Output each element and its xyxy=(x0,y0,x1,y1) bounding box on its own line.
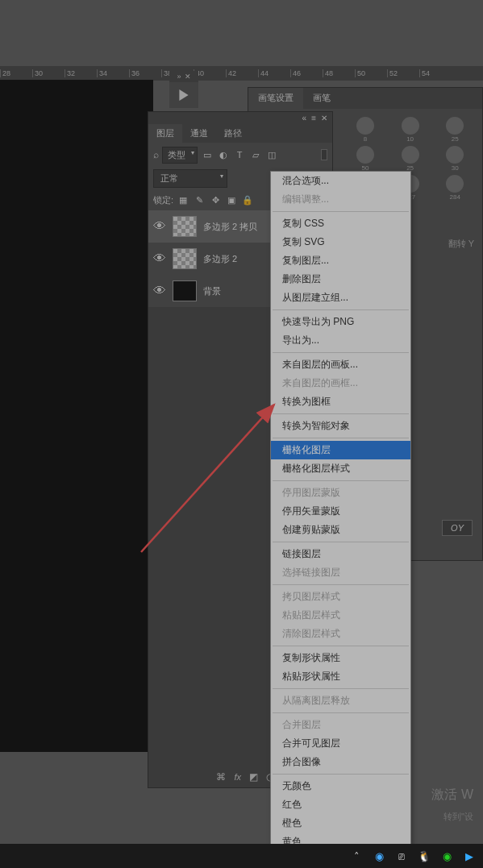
brush-preset[interactable]: 10 xyxy=(389,117,431,143)
panel-tab-close[interactable]: »✕ xyxy=(169,71,198,82)
menu-item: 合并图层 xyxy=(271,716,410,734)
ruler-mark: 30 xyxy=(32,69,65,77)
menu-item[interactable]: 停用矢量蒙版 xyxy=(271,502,410,521)
menu-item[interactable]: 混合选项... xyxy=(271,172,410,190)
filter-image-icon[interactable]: ▭ xyxy=(201,148,214,161)
menu-item[interactable]: 删除图层 xyxy=(271,270,410,289)
menu-item[interactable]: 合并可见图层 xyxy=(271,734,410,753)
menu-item: 拷贝图层样式 xyxy=(271,588,410,606)
activate-windows-sub: 转到"设 xyxy=(443,811,473,823)
brush-size-label: 8 xyxy=(364,135,367,143)
brush-preset[interactable]: 50 xyxy=(344,146,386,172)
brush-thumb-icon xyxy=(356,146,374,164)
lock-brush-icon[interactable]: ✎ xyxy=(193,193,206,206)
menu-item: 清除图层样式 xyxy=(271,625,410,643)
layer-kind-dropdown[interactable]: 类型 xyxy=(162,147,198,164)
tray-up-icon[interactable]: ˄ xyxy=(349,849,364,863)
visibility-icon[interactable]: 👁 xyxy=(153,284,166,298)
brush-preset[interactable]: 284 xyxy=(434,175,476,201)
tray-arrow-icon[interactable]: ▶ xyxy=(462,849,477,863)
ruler-mark: 32 xyxy=(65,69,97,77)
menu-item[interactable]: 从图层建立组... xyxy=(271,289,410,307)
lock-transparent-icon[interactable]: ▦ xyxy=(177,193,189,206)
filter-shape-icon[interactable]: ▱ xyxy=(249,148,262,161)
brush-thumb-icon xyxy=(402,117,419,135)
layer-context-menu: 混合选项...编辑调整...复制 CSS复制 SVG复制图层...删除图层从图层… xyxy=(270,171,411,868)
menu-item[interactable]: 来自图层的画板... xyxy=(271,355,410,374)
blend-mode-dropdown[interactable]: 正常 xyxy=(153,169,227,188)
menu-bar-area xyxy=(0,0,483,50)
ruler-mark: 52 xyxy=(387,69,419,77)
menu-item[interactable]: 创建剪贴蒙版 xyxy=(271,521,410,539)
visibility-icon[interactable]: 👁 xyxy=(153,219,166,234)
menu-item[interactable]: 复制图层... xyxy=(271,251,410,270)
filter-toggle[interactable] xyxy=(321,149,327,160)
layer-thumbnail[interactable] xyxy=(173,280,197,301)
menu-item[interactable]: 转换为图框 xyxy=(271,392,410,411)
layer-name[interactable]: 背景 xyxy=(203,285,221,297)
brush-size-label: 10 xyxy=(406,135,414,143)
visibility-icon[interactable]: 👁 xyxy=(153,251,166,266)
menu-item[interactable]: 粘贴形状属性 xyxy=(271,667,410,686)
ruler-mark: 44 xyxy=(258,69,290,77)
search-icon[interactable]: ⌕ xyxy=(153,149,159,160)
tray-app-icon[interactable]: ◉ xyxy=(372,849,386,863)
panel-menu-icon[interactable]: ≡ xyxy=(311,114,316,123)
mask-icon[interactable]: ◩ xyxy=(249,771,258,783)
filter-adjust-icon[interactable]: ◐ xyxy=(217,148,230,161)
ok-button[interactable]: OY xyxy=(442,520,473,536)
tray-wechat-icon[interactable]: ◉ xyxy=(439,849,454,863)
taskbar: ˄ ◉ ⎚ 🐧 ◉ ▶ xyxy=(0,844,483,868)
layer-name[interactable]: 多边形 2 拷贝 xyxy=(203,221,257,233)
brush-preset[interactable]: 8 xyxy=(344,117,386,143)
brush-thumb-icon xyxy=(446,117,464,135)
brush-preset[interactable]: 30 xyxy=(434,146,476,172)
brush-thumb-icon xyxy=(446,175,464,193)
brush-preset[interactable]: 25 xyxy=(389,146,431,172)
layer-thumbnail[interactable] xyxy=(173,248,197,269)
tab-paths[interactable]: 路径 xyxy=(216,124,250,143)
tab-channels[interactable]: 通道 xyxy=(182,124,216,143)
ruler-mark: 48 xyxy=(323,69,355,77)
menu-item: 从隔离图层释放 xyxy=(271,691,410,710)
play-icon[interactable] xyxy=(169,82,198,108)
menu-item[interactable]: 复制形状属性 xyxy=(271,649,410,667)
menu-item[interactable]: 快速导出为 PNG xyxy=(271,313,410,331)
panel-close-icon[interactable]: ✕ xyxy=(321,114,327,123)
tab-brushes[interactable]: 画笔 xyxy=(303,88,340,109)
tray-display-icon[interactable]: ⎚ xyxy=(394,849,409,863)
menu-item[interactable]: 导出为... xyxy=(271,331,410,350)
menu-item[interactable]: 无颜色 xyxy=(271,777,410,795)
menu-item[interactable]: 栅格化图层样式 xyxy=(271,459,410,478)
link-icon[interactable]: ⌘ xyxy=(216,771,226,783)
panel-collapse-icon[interactable]: « xyxy=(302,114,307,123)
menu-item: 选择链接图层 xyxy=(271,563,410,582)
ruler-mark: 40 xyxy=(194,69,226,77)
filter-type-icon[interactable]: T xyxy=(233,148,246,161)
layer-thumbnail[interactable] xyxy=(173,216,197,237)
lock-move-icon[interactable]: ✥ xyxy=(209,193,222,206)
lock-all-icon[interactable]: 🔒 xyxy=(241,193,254,206)
filter-smart-icon[interactable]: ◫ xyxy=(265,148,278,161)
lock-label: 锁定: xyxy=(153,194,173,206)
menu-item[interactable]: 栅格化图层 xyxy=(271,441,410,459)
menu-item[interactable]: 链接图层 xyxy=(271,545,410,563)
canvas[interactable] xyxy=(0,80,153,752)
tab-brush-settings[interactable]: 画笔设置 xyxy=(248,88,303,109)
menu-item[interactable]: 橙色 xyxy=(271,814,410,833)
flip-y-label: 翻转 Y xyxy=(448,238,474,250)
menu-item[interactable]: 复制 SVG xyxy=(271,233,410,251)
tab-layers[interactable]: 图层 xyxy=(148,124,182,143)
brush-preset[interactable]: 25 xyxy=(434,117,476,143)
fx-icon[interactable]: fx xyxy=(234,772,241,782)
layer-name[interactable]: 多边形 2 xyxy=(203,253,237,265)
menu-item[interactable]: 复制 CSS xyxy=(271,214,410,233)
ruler-mark: 36 xyxy=(129,69,161,77)
menu-item[interactable]: 转换为智能对象 xyxy=(271,417,410,435)
ruler-mark: 28 xyxy=(0,69,32,77)
menu-item[interactable]: 红色 xyxy=(271,795,410,814)
tray-qq-icon[interactable]: 🐧 xyxy=(417,849,431,863)
ruler-mark: 54 xyxy=(419,69,452,77)
lock-artboard-icon[interactable]: ▣ xyxy=(225,193,238,206)
menu-item[interactable]: 拼合图像 xyxy=(271,753,410,771)
